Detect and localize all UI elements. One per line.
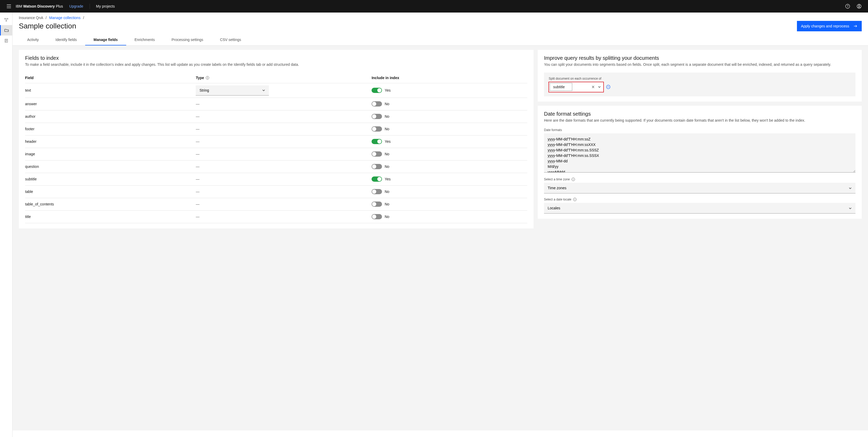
- tab-csv-settings[interactable]: CSV settings: [212, 34, 250, 45]
- svg-text:i: i: [573, 178, 574, 181]
- toggle-label: No: [384, 127, 389, 131]
- field-name: header: [25, 137, 196, 146]
- th-type: Type i: [196, 73, 372, 83]
- toggle-label: No: [384, 202, 389, 206]
- my-projects-link[interactable]: My projects: [96, 4, 115, 8]
- date-format-card: Date format settings Here are the date f…: [538, 106, 862, 219]
- locale-select[interactable]: Locales: [544, 203, 856, 213]
- field-type: —: [196, 188, 372, 196]
- toggle-label: Yes: [384, 177, 391, 181]
- timezone-select[interactable]: Time zones: [544, 183, 856, 194]
- include-toggle[interactable]: [372, 189, 382, 194]
- arrow-right-icon: [854, 24, 858, 28]
- field-row: footer—No: [25, 123, 527, 135]
- field-include: No: [372, 162, 527, 171]
- field-type: —: [196, 125, 372, 133]
- field-row: table—No: [25, 186, 527, 198]
- include-toggle[interactable]: [372, 126, 382, 132]
- toggle-label: No: [384, 164, 389, 169]
- breadcrumb: Insurance QnA / Manage collections /: [19, 16, 862, 20]
- rail-integrate[interactable]: [0, 14, 12, 25]
- toggle-label: No: [384, 190, 389, 194]
- include-toggle[interactable]: [372, 114, 382, 119]
- field-include: No: [372, 212, 527, 222]
- rail-collections[interactable]: [0, 25, 12, 35]
- fields-desc: To make a field searchable, include it i…: [25, 62, 527, 67]
- apply-changes-button[interactable]: Apply changes and reprocess: [797, 21, 862, 31]
- field-row: textStringYes: [25, 83, 527, 98]
- fields-to-index-card: Fields to index To make a field searchab…: [19, 50, 533, 228]
- remove-split-button[interactable]: [606, 85, 610, 89]
- split-field-input[interactable]: subtitle: [549, 82, 603, 92]
- date-formats-textarea[interactable]: [544, 133, 856, 173]
- field-name: footer: [25, 125, 196, 133]
- field-name: text: [25, 86, 196, 95]
- field-include: Yes: [372, 137, 527, 146]
- include-toggle[interactable]: [372, 152, 382, 157]
- field-type: —: [196, 175, 372, 183]
- toggle-label: No: [384, 114, 389, 119]
- tz-label: Select a time zone i: [544, 177, 856, 181]
- field-type: —: [196, 100, 372, 108]
- field-row: subtitle—Yes: [25, 173, 527, 186]
- page-title: Sample collection: [19, 22, 76, 30]
- folder-icon: [4, 28, 9, 32]
- field-include: No: [372, 124, 527, 134]
- include-toggle[interactable]: [372, 139, 382, 144]
- tab-identify-fields[interactable]: Identify fields: [47, 34, 85, 45]
- info-icon[interactable]: i: [571, 177, 575, 181]
- include-toggle[interactable]: [372, 214, 382, 219]
- breadcrumb-project[interactable]: Insurance QnA: [19, 16, 43, 20]
- tab-manage-fields[interactable]: Manage fields: [85, 34, 126, 45]
- document-icon: [4, 39, 8, 43]
- field-row: question—No: [25, 161, 527, 173]
- info-icon[interactable]: i: [206, 76, 209, 79]
- tab-processing-settings[interactable]: Processing settings: [163, 34, 211, 45]
- split-title: Improve query results by splitting your …: [544, 55, 856, 61]
- flow-icon: [4, 18, 8, 22]
- field-row: author—No: [25, 110, 527, 123]
- breadcrumb-manage[interactable]: Manage collections: [49, 16, 81, 20]
- svg-point-4: [4, 18, 5, 19]
- svg-point-6: [6, 20, 7, 22]
- svg-text:i: i: [575, 198, 575, 201]
- svg-point-5: [7, 18, 8, 19]
- field-name: question: [25, 162, 196, 171]
- formats-label: Date formats: [544, 128, 856, 132]
- field-name: table: [25, 188, 196, 196]
- chevron-down-icon[interactable]: [598, 86, 601, 89]
- rail-data[interactable]: [0, 35, 12, 46]
- menu-button[interactable]: [4, 2, 13, 11]
- field-name: author: [25, 112, 196, 121]
- include-toggle[interactable]: [372, 202, 382, 207]
- svg-text:?: ?: [847, 5, 848, 8]
- clear-icon[interactable]: [592, 86, 595, 89]
- upgrade-link[interactable]: Upgrade: [69, 4, 83, 8]
- include-toggle[interactable]: [372, 88, 382, 93]
- top-header: IBM Watson DiscoveryPlus Upgrade My proj…: [0, 0, 868, 12]
- include-toggle[interactable]: [372, 176, 382, 182]
- field-include: No: [372, 112, 527, 121]
- include-toggle[interactable]: [372, 164, 382, 169]
- help-icon[interactable]: ?: [843, 2, 852, 11]
- include-toggle[interactable]: [372, 101, 382, 106]
- field-name: table_of_contents: [25, 200, 196, 208]
- field-type: —: [196, 162, 372, 171]
- type-select[interactable]: String: [196, 86, 269, 96]
- info-icon[interactable]: i: [573, 198, 577, 201]
- date-desc: Here are the date formats that are curre…: [544, 118, 856, 123]
- field-include: Yes: [372, 174, 527, 184]
- user-avatar-icon[interactable]: [855, 2, 864, 11]
- toggle-label: Yes: [384, 88, 391, 92]
- hamburger-icon: [6, 4, 11, 9]
- toggle-label: No: [384, 102, 389, 106]
- field-include: Yes: [372, 86, 527, 95]
- fields-title: Fields to index: [25, 55, 527, 61]
- field-row: title—No: [25, 211, 527, 223]
- field-type: —: [196, 212, 372, 221]
- toggle-label: No: [384, 214, 389, 219]
- tab-activity[interactable]: Activity: [19, 34, 47, 45]
- toggle-label: Yes: [384, 139, 391, 143]
- side-rail: [0, 12, 12, 437]
- tab-enrichments[interactable]: Enrichments: [126, 34, 163, 45]
